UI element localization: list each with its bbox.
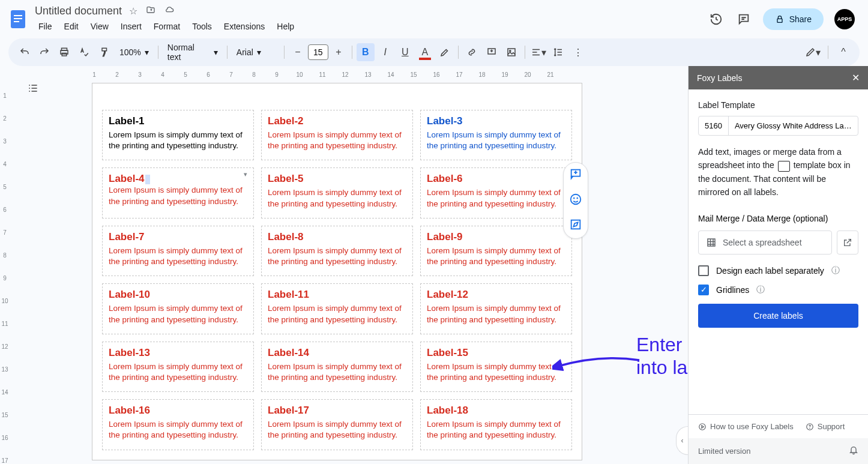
menu-extensions[interactable]: Extensions xyxy=(219,19,270,34)
label-cell-18[interactable]: Label-18Lorem Ipsum is simply dummy text… xyxy=(420,399,572,450)
cell-menu-icon[interactable]: ▾ xyxy=(244,170,251,178)
spellcheck-button[interactable] xyxy=(75,43,93,61)
print-button[interactable] xyxy=(55,43,73,61)
star-icon[interactable]: ☆ xyxy=(129,5,137,17)
insert-comment-button[interactable] xyxy=(483,43,501,61)
add-suggestion-icon[interactable] xyxy=(569,218,582,234)
outline-toggle-button[interactable] xyxy=(24,79,42,97)
menu-view[interactable]: View xyxy=(86,19,113,34)
highlight-button[interactable] xyxy=(436,43,454,61)
align-button[interactable]: ▾ xyxy=(529,43,547,61)
move-icon[interactable] xyxy=(146,5,155,17)
undo-button[interactable] xyxy=(16,43,34,61)
vertical-ruler[interactable]: 123456789101112131415161718 xyxy=(0,84,10,464)
font-size-increase[interactable]: + xyxy=(330,43,348,61)
ruler-tick: 9 xyxy=(265,71,288,78)
bold-button[interactable]: B xyxy=(357,43,375,61)
label-cell-5[interactable]: Label-5Lorem Ipsum is simply dummy text … xyxy=(261,167,413,218)
history-icon[interactable] xyxy=(708,11,725,28)
label-cell-12[interactable]: Label-12Lorem Ipsum is simply dummy text… xyxy=(420,283,572,334)
zoom-select[interactable]: 100% ▾ xyxy=(115,47,154,57)
gridlines-checkbox[interactable]: ✓ xyxy=(698,285,709,295)
account-avatar[interactable]: APPS xyxy=(834,9,855,29)
line-spacing-button[interactable] xyxy=(549,43,567,61)
info-icon[interactable]: ⓘ xyxy=(831,265,840,276)
collapse-toolbar-button[interactable]: ^ xyxy=(834,43,852,61)
add-emoji-icon[interactable] xyxy=(569,193,582,208)
italic-button[interactable]: I xyxy=(376,43,394,61)
gridlines-label: Gridlines xyxy=(716,285,749,295)
label-cell-11[interactable]: Label-11Lorem Ipsum is simply dummy text… xyxy=(261,283,413,334)
ruler-tick: 7 xyxy=(220,71,243,78)
cloud-status-icon[interactable] xyxy=(164,5,175,17)
ruler-tick: 11 xyxy=(311,71,334,78)
comments-icon[interactable] xyxy=(735,11,752,28)
ruler-tick: 2 xyxy=(0,107,10,130)
menu-tools[interactable]: Tools xyxy=(187,19,217,34)
design-separately-label: Design each label separately xyxy=(716,266,824,276)
font-size-input[interactable] xyxy=(308,44,328,60)
open-spreadsheet-button[interactable] xyxy=(837,230,858,255)
ruler-tick: 4 xyxy=(0,152,10,175)
ruler-tick: 3 xyxy=(128,71,151,78)
menu-insert[interactable]: Insert xyxy=(116,19,146,34)
label-body: Lorem Ipsum is simply dummy text of the … xyxy=(268,303,406,325)
add-comment-icon[interactable] xyxy=(569,167,582,183)
font-size-decrease[interactable]: − xyxy=(289,43,307,61)
style-select[interactable]: Normal text ▾ xyxy=(163,43,223,62)
expand-side-panel-button[interactable]: ‹ xyxy=(676,426,688,455)
label-cell-17[interactable]: Label-17Lorem Ipsum is simply dummy text… xyxy=(261,399,413,450)
redo-button[interactable] xyxy=(35,43,53,61)
label-body: Lorem Ipsum is simply dummy text of the … xyxy=(268,361,406,383)
horizontal-ruler[interactable]: 123456789101112131415161718192021 xyxy=(83,70,688,79)
more-button[interactable]: ⋮ xyxy=(569,43,587,61)
document-page[interactable]: Label-1Lorem Ipsum is simply dummy text … xyxy=(92,83,582,460)
label-cell-14[interactable]: Label-14Lorem Ipsum is simply dummy text… xyxy=(261,342,413,392)
document-title[interactable]: Untitled document xyxy=(35,5,122,17)
label-cell-10[interactable]: Label-10Lorem Ipsum is simply dummy text… xyxy=(102,283,254,334)
label-cell-9[interactable]: Label-9Lorem Ipsum is simply dummy text … xyxy=(420,226,572,276)
svg-point-10 xyxy=(509,50,510,52)
menu-help[interactable]: Help xyxy=(272,19,299,34)
label-cell-6[interactable]: Label-6Lorem Ipsum is simply dummy text … xyxy=(420,167,572,218)
label-cell-4[interactable]: Label-4▾Lorem Ipsum is simply dummy text… xyxy=(102,167,254,218)
bell-icon[interactable] xyxy=(849,445,858,457)
share-button[interactable]: Share xyxy=(763,8,824,30)
label-cell-15[interactable]: Label-15Lorem Ipsum is simply dummy text… xyxy=(420,342,572,392)
howto-link[interactable]: How to use Foxy Labels xyxy=(698,422,794,431)
label-title: Label-15 xyxy=(427,347,565,359)
label-cell-13[interactable]: Label-13Lorem Ipsum is simply dummy text… xyxy=(102,342,254,392)
label-cell-2[interactable]: Label-2Lorem Ipsum is simply dummy text … xyxy=(261,110,413,160)
svg-point-19 xyxy=(809,428,810,429)
ruler-tick: 9 xyxy=(0,267,10,289)
ruler-tick: 5 xyxy=(0,175,10,198)
svg-rect-3 xyxy=(14,21,19,22)
text-color-button[interactable]: A xyxy=(416,43,434,61)
template-selector[interactable]: 5160 Avery Glossy White Address Lab... xyxy=(698,116,858,136)
label-cell-7[interactable]: Label-7Lorem Ipsum is simply dummy text … xyxy=(102,226,254,276)
label-cell-16[interactable]: Label-16Lorem Ipsum is simply dummy text… xyxy=(102,399,254,450)
label-title: Label-10 xyxy=(109,289,247,301)
select-spreadsheet-button[interactable]: Select a spreadsheet xyxy=(698,230,832,255)
design-separately-checkbox[interactable] xyxy=(698,265,709,276)
edit-mode-button[interactable]: ▾ xyxy=(804,43,822,61)
label-cell-8[interactable]: Label-8Lorem Ipsum is simply dummy text … xyxy=(261,226,413,276)
ruler-tick: 16 xyxy=(425,71,448,78)
support-link[interactable]: Support xyxy=(806,422,845,431)
label-cell-1[interactable]: Label-1Lorem Ipsum is simply dummy text … xyxy=(102,110,254,160)
menu-format[interactable]: Format xyxy=(149,19,185,34)
info-icon[interactable]: ⓘ xyxy=(756,285,765,295)
label-body: Lorem Ipsum is simply dummy text of the … xyxy=(109,246,247,267)
label-cell-3[interactable]: Label-3Lorem Ipsum is simply dummy text … xyxy=(420,110,572,160)
close-panel-button[interactable]: ✕ xyxy=(852,72,860,83)
insert-link-button[interactable] xyxy=(463,43,481,61)
font-select[interactable]: Arial ▾ xyxy=(232,47,280,57)
create-labels-button[interactable]: Create labels xyxy=(698,304,858,328)
insert-image-button[interactable] xyxy=(502,43,520,61)
underline-button[interactable]: U xyxy=(396,43,414,61)
menu-edit[interactable]: Edit xyxy=(59,19,83,34)
paint-format-button[interactable] xyxy=(95,43,113,61)
separator xyxy=(158,46,158,59)
docs-logo-icon[interactable] xyxy=(6,7,30,31)
menu-file[interactable]: File xyxy=(34,19,57,34)
